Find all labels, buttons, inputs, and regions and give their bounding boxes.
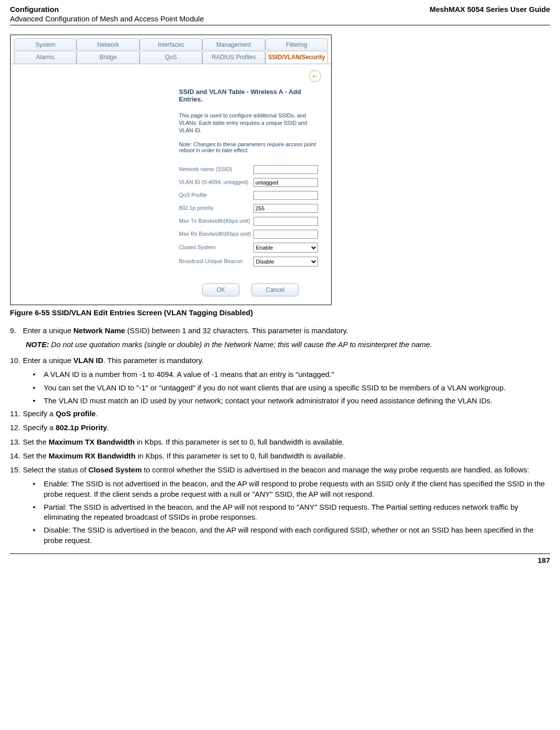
row-closed-system: Closed System Enable: [179, 243, 322, 253]
label-closed-system: Closed System: [179, 244, 253, 251]
figure-caption: Figure 6-55 SSID/VLAN Edit Entries Scree…: [10, 308, 550, 317]
tabs-row-2: Alarms Bridge QoS RADIUS Profiles SSID/V…: [11, 51, 331, 64]
input-network-name[interactable]: [253, 165, 318, 174]
step-15-bullets: Enable: The SSID is not advertised in th…: [33, 479, 550, 546]
list-item: You can set the VLAN ID to "-1" or "unta…: [33, 383, 550, 393]
input-vlan-id[interactable]: [253, 178, 318, 187]
step-13: 13.Set the Maximum TX Bandwidth in Kbps.…: [10, 437, 550, 447]
page-number: 187: [10, 556, 550, 564]
cancel-button[interactable]: Cancel: [251, 283, 299, 296]
input-priority[interactable]: [253, 204, 318, 213]
form-help-text: This page is used to configure additiona…: [179, 112, 322, 134]
header-section-title: Configuration: [10, 5, 59, 13]
label-broadcast-beacon: Broadcast Unique Beacon: [179, 258, 253, 265]
tab-filtering[interactable]: Filtering: [265, 38, 328, 51]
header-left: Configuration: [10, 5, 59, 13]
list-item: Enable: The SSID is not advertised in th…: [33, 479, 550, 499]
step-9-num: 9.: [10, 326, 23, 336]
input-max-rx[interactable]: [253, 230, 318, 239]
back-arrow-icon[interactable]: ←: [309, 70, 321, 82]
tab-bridge[interactable]: Bridge: [77, 51, 139, 64]
step-10: 10.Enter a unique VLAN ID. This paramete…: [10, 356, 550, 365]
step-9: 9.Enter a unique Network Name (SSID) bet…: [10, 326, 550, 336]
ok-button[interactable]: OK: [202, 283, 240, 296]
row-max-tx: Max Tx Bandwidth(Kbps unit): [179, 217, 322, 226]
page-header: Configuration MeshMAX 5054 Series User G…: [10, 5, 550, 13]
tab-ssid-vlan-security[interactable]: SSID/VLAN/Security: [265, 51, 328, 64]
list-item: Disable: The SSID is advertised in the b…: [33, 525, 550, 546]
label-max-rx: Max Rx Bandwidth(Kbps unit): [179, 231, 253, 238]
input-qos-profile[interactable]: [253, 191, 318, 200]
label-vlan-id: VLAN ID (0-4094, untagged): [179, 179, 253, 186]
step-15-num: 15.: [10, 465, 23, 475]
input-max-tx[interactable]: [253, 217, 318, 226]
form-note-text: Note: Changes to these parameters requir…: [179, 141, 322, 153]
step-14-num: 14.: [10, 451, 23, 461]
note-block: NOTE: Do not use quotation marks (single…: [26, 340, 550, 350]
tab-system[interactable]: System: [14, 38, 77, 51]
select-closed-system[interactable]: Enable: [253, 243, 318, 253]
tabs-row-1: System Network Interfaces Management Fil…: [11, 35, 331, 51]
step-12: 12.Specify a 802.1p Priority.: [10, 423, 550, 433]
row-network-name: Network name (SSID): [179, 165, 322, 174]
tab-interfaces[interactable]: Interfaces: [140, 38, 202, 51]
step-12-num: 12.: [10, 423, 23, 433]
app-content: ← SSID and VLAN Table - Wireless A - Add…: [11, 64, 331, 304]
step-10-num: 10.: [10, 356, 23, 365]
step-14: 14.Set the Maximum RX Bandwidth in Kbps.…: [10, 451, 550, 461]
list-item: A VLAN ID is a number from -1 to 4094. A…: [33, 369, 550, 379]
list-item: Partial: The SSID is advertised in the b…: [33, 502, 550, 523]
tab-alarms[interactable]: Alarms: [14, 51, 77, 64]
tab-radius-profiles[interactable]: RADIUS Profiles: [202, 51, 265, 64]
note-label: NOTE:: [26, 340, 49, 349]
tab-network[interactable]: Network: [77, 38, 139, 51]
footer-rule: [10, 553, 550, 554]
row-vlan-id: VLAN ID (0-4094, untagged): [179, 178, 322, 187]
form-title: SSID and VLAN Table - Wireless A - Add E…: [179, 88, 322, 103]
tab-management[interactable]: Management: [202, 38, 265, 51]
app-window: System Network Interfaces Management Fil…: [10, 34, 332, 305]
step-11-num: 11.: [10, 409, 23, 419]
header-rule: [10, 25, 550, 25]
row-priority: 802.1p priority: [179, 204, 322, 213]
label-max-tx: Max Tx Bandwidth(Kbps unit): [179, 218, 253, 225]
tab-qos[interactable]: QoS: [140, 51, 202, 64]
step-11: 11.Specify a QoS profile.: [10, 409, 550, 419]
form-buttons: OK Cancel: [179, 283, 322, 296]
list-item: The VLAN ID must match an ID used by you…: [33, 396, 550, 406]
row-qos-profile: QoS Profile: [179, 191, 322, 200]
header-subtitle: Advanced Configuration of Mesh and Acces…: [10, 14, 550, 23]
step-10-bullets: A VLAN ID is a number from -1 to 4094. A…: [33, 369, 550, 406]
step-15: 15.Select the status of Closed System to…: [10, 465, 550, 475]
label-priority: 802.1p priority: [179, 205, 253, 212]
label-qos-profile: QoS Profile: [179, 192, 253, 199]
step-13-num: 13.: [10, 437, 23, 447]
row-max-rx: Max Rx Bandwidth(Kbps unit): [179, 230, 322, 239]
label-network-name: Network name (SSID): [179, 166, 253, 173]
row-broadcast-beacon: Broadcast Unique Beacon Disable: [179, 257, 322, 267]
note-text: Do not use quotation marks (single or do…: [49, 340, 432, 349]
guide-title: MeshMAX 5054 Series User Guide: [429, 5, 550, 13]
select-broadcast-beacon[interactable]: Disable: [253, 257, 318, 267]
